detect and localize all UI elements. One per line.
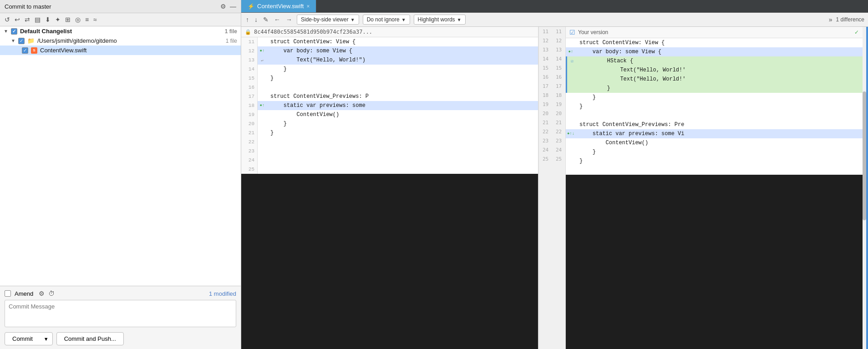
forward-icon[interactable]: → [285,15,293,24]
mid-line-pair: 2222 [539,127,565,136]
right-code-line: ☑ HStack { [566,56,863,66]
right-header-label: Your version [578,29,608,35]
mid-line-pair: 1111 [539,27,565,36]
minimize-icon[interactable]: — [230,3,236,10]
line-number: 23 [241,147,258,156]
line-content: Text("Hello, World!") [267,56,538,65]
ignore-dropdown[interactable]: Do not ignore ▼ [363,15,410,25]
mid-line-pair: 1616 [539,72,565,81]
commit-dropdown-arrow[interactable]: ▼ [40,334,52,344]
line-indicator [258,74,267,83]
right-code-line: } [566,157,863,166]
file-item[interactable]: ✓ S ContentView.swift [0,46,241,55]
next-diff-icon[interactable]: ↓ [254,15,259,24]
left-code-line: 23 [241,147,538,156]
view-icon[interactable]: ◎ [74,15,81,24]
mid-line-pair: 2121 [539,118,565,127]
edit-icon[interactable]: ✎ [262,15,269,24]
left-toolbar: ↺ ↩ ⇄ ▤ ⬇ ✦ ⊞ ◎ ≡ ≈ [0,13,241,26]
left-code-line: 22 [241,137,538,147]
line-content [267,165,538,174]
viewer-dropdown[interactable]: Side-by-side viewer ▼ [297,15,359,25]
changelist-checkbox[interactable]: ✓ [11,28,17,35]
left-code-line: 20 } [241,119,538,128]
right-checkmark: ✓ [854,29,859,35]
tab-close-icon[interactable]: × [306,3,310,10]
left-file-header: 🔒 8c44f480c55854581d950b974cf236a37... [241,27,538,37]
file-tab[interactable]: ⚡ ContentView.swift × [241,0,316,12]
left-header-icons: ⚙ — [220,3,236,10]
right-code-line: } [566,93,863,102]
right-line-content: } [576,147,863,157]
modified-badge: 1 modified [209,290,236,297]
line-number: 18 [241,101,258,110]
settings-icon[interactable]: ⚙ [220,3,226,10]
line-indicator: ●↑ [258,101,267,110]
file-checkbox[interactable]: ✓ [22,47,28,54]
right-code-line: ●↑ var body: some View { [566,47,863,56]
right-border-indicator [866,27,868,349]
right-line-indicator [566,166,576,175]
line-indicator: ↵ [258,56,267,65]
difference-info: 1 difference [836,16,865,23]
right-code-line: } [566,102,863,111]
commit-hash: 8c44f480c55854581d950b974cf236a37... [254,29,372,35]
line-content [267,147,538,156]
folder-badge: 1 file [226,38,237,44]
line-indicator [258,137,267,147]
refresh-icon[interactable]: ↺ [4,15,11,24]
left-code-view[interactable]: 11struct ContentView: View {12●↑ var bod… [241,37,538,349]
changelist-label: Default Changelist [20,28,72,35]
list-icon[interactable]: ▤ [34,15,41,24]
commit-button[interactable]: Commit [5,333,40,345]
amend-clock-icon[interactable]: ⏱ [48,290,55,297]
line-number: 15 [241,74,258,83]
diff-icon[interactable]: ⇄ [24,15,31,24]
left-panel-title: Commit to master [5,3,51,10]
right-line-indicator [566,138,576,147]
commit-buttons: Commit ▼ Commit and Push... [5,332,236,345]
move-icon[interactable]: ✦ [54,15,61,24]
extra-arrows-icon: » [829,16,832,23]
amend-label: Amend [15,290,33,297]
highlight-dropdown[interactable]: Highlight words ▼ [414,15,466,25]
undo-icon[interactable]: ↩ [14,15,21,24]
line-indicator [258,83,267,92]
right-code-line: } [566,147,863,157]
left-code-line: 24 [241,156,538,165]
group-icon[interactable]: ⊞ [64,15,71,24]
download-icon[interactable]: ⬇ [44,15,51,24]
back-icon[interactable]: ← [273,15,281,24]
bottom-section: Amend ⚙ ⏱ 1 modified Commit ▼ Commit and… [0,286,241,349]
mid-line-pair: 1919 [539,100,565,109]
ignore-dropdown-arrow-icon: ▼ [401,17,406,22]
right-code-line [566,166,863,175]
line-indicator [258,165,267,174]
filter-icon[interactable]: ≈ [92,15,98,24]
right-code-view[interactable]: struct ContentView: View {●↑ var body: s… [566,38,863,349]
amend-checkbox[interactable] [5,290,11,297]
left-code-line: 14 } [241,65,538,74]
right-line-indicator [567,75,577,84]
prev-diff-icon[interactable]: ↑ [245,15,250,24]
right-line-indicator [567,84,577,93]
right-scrollbar[interactable] [863,27,866,349]
sort-icon[interactable]: ≡ [84,15,90,24]
right-line-indicator [566,111,576,120]
left-code-line: 15} [241,74,538,83]
folder-item[interactable]: ▼ ✓ 📁 /Users/jsmith/gitdemo/gitdemo 1 fi… [0,36,241,46]
line-content [267,137,538,147]
mid-line-pair: 2525 [539,154,565,163]
right-line-indicator [566,38,576,47]
tab-label: ContentView.swift [257,3,304,10]
right-code-line [566,111,863,120]
amend-settings-icon[interactable]: ⚙ [39,290,45,297]
changelist-item[interactable]: ▼ ✓ Default Changelist 1 file [0,26,241,36]
diff-toolbar: ↑ ↓ ✎ ← → Side-by-side viewer ▼ Do not i… [241,13,868,27]
folder-checkbox[interactable]: ✓ [18,38,25,44]
right-line-indicator [567,66,577,75]
viewer-dropdown-label: Side-by-side viewer [301,16,349,23]
commit-message-input[interactable] [5,300,236,327]
commit-and-push-button[interactable]: Commit and Push... [56,332,124,345]
right-code-line: Text("Hello, World!' [566,75,863,84]
